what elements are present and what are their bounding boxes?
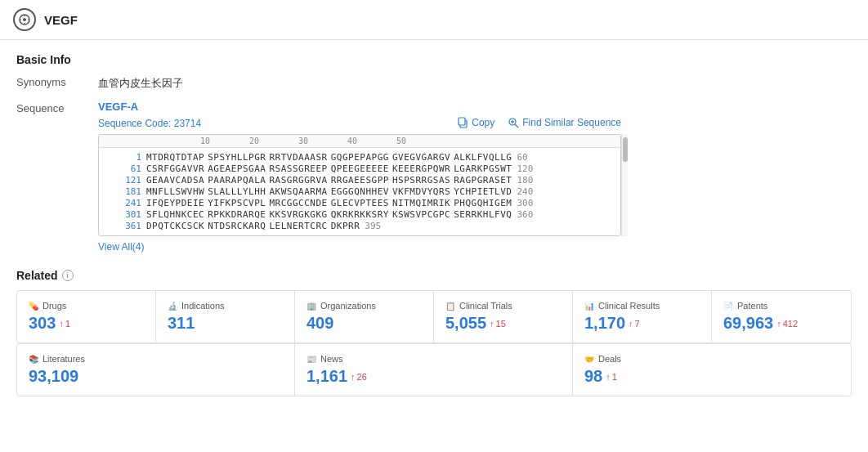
sequence-row: Sequence VEGF-A Sequence Code: 23714 Cop…: [16, 101, 852, 253]
seq-chunk: QKRKRKKSRY: [331, 209, 389, 220]
seq-row-chunks: GEAAVCADSAPAARAPQALARASGRGGRVARRGAEESGPP…: [146, 175, 512, 186]
seq-row-number: 181: [105, 186, 141, 197]
stat-cell-label: 🔬Indications: [168, 301, 283, 311]
sequence-code[interactable]: Sequence Code: 23714: [98, 118, 201, 129]
seq-row-end: 120: [517, 163, 533, 174]
sequence-scrollbar[interactable]: [621, 134, 628, 236]
seq-row-number: 361: [105, 221, 141, 231]
stat-cell-label: 🤝Deals: [584, 354, 839, 364]
stat-number: 5,055: [445, 314, 486, 333]
stat-change: ↑15: [490, 319, 506, 329]
basic-info-title: Basic Info: [16, 53, 852, 66]
stat-icon: 🤝: [584, 355, 594, 364]
stat-icon: 📋: [445, 302, 455, 311]
stat-label-text: Clinical Results: [598, 301, 660, 311]
stat-change: ↑7: [629, 319, 640, 329]
related-info-icon[interactable]: i: [62, 270, 74, 281]
find-similar-button[interactable]: Find Similar Sequence: [508, 117, 621, 128]
seq-chunk: GEAAVCADSA: [146, 175, 204, 186]
stat-icon: 📰: [306, 355, 316, 364]
synonyms-label: Synonyms: [16, 76, 98, 88]
stat-cell-label: 📋Clinical Trials: [445, 301, 561, 311]
stat-icon: 📚: [29, 355, 38, 364]
seq-row-end: 240: [517, 186, 533, 197]
stat-change: ↑1: [606, 372, 617, 382]
stat-value: 311: [168, 314, 283, 333]
stat-value: 5,055↑15: [445, 314, 561, 333]
seq-row: 301SFLQHNKCECRPKKDRARQEKKSVRGKGKGQKRKRKK…: [105, 209, 614, 220]
stat-label-text: Clinical Trials: [459, 301, 512, 311]
svg-point-1: [23, 18, 26, 21]
seq-row: 61CSRFGGAVVRAGEAEPSGAARSASSGREEPQPEEGEEE…: [105, 163, 614, 174]
stat-cell[interactable]: 📋Clinical Trials5,055↑15: [434, 291, 573, 343]
related-title: Related i: [16, 269, 852, 282]
seq-chunk: DKPRR: [331, 221, 360, 231]
page-header: VEGF: [0, 0, 868, 40]
seq-chunk: MTDRQTDTAP: [146, 152, 204, 163]
stat-change: ↑412: [776, 319, 798, 329]
page-title: VEGF: [44, 13, 78, 27]
stat-up-arrow: ↑: [629, 319, 633, 329]
stat-value: 98↑1: [584, 367, 839, 386]
stats-row-2: 📚Literatures93,109📰News1,161↑26🤝Deals98↑…: [16, 343, 852, 396]
sequence-name: VEGF-A: [98, 101, 628, 113]
stat-cell[interactable]: 📄Patents69,963↑412: [712, 291, 851, 343]
seq-chunk: AGEAEPSGAA: [208, 163, 266, 174]
stat-cell[interactable]: 🔬Indications311: [156, 291, 295, 343]
stat-value: 303↑1: [29, 314, 144, 333]
stat-cell[interactable]: 📚Literatures93,109: [17, 344, 295, 396]
stat-change: ↑26: [351, 372, 367, 382]
stat-change-count: 412: [783, 319, 798, 329]
seq-row-end: 300: [517, 198, 533, 208]
sequence-display: 10 20 30 40 50 1MTDRQTDTAPSPSYHLLPGRRRTV…: [98, 134, 621, 236]
related-stats-container: 💊Drugs303↑1🔬Indications311🏢Organizations…: [16, 290, 852, 396]
vegf-icon: [13, 8, 36, 31]
stat-icon: 💊: [29, 302, 38, 311]
seq-chunk: KSWSVPCGPC: [392, 209, 450, 220]
stat-number: 311: [168, 314, 195, 333]
seq-chunk: RPKKDRARQE: [208, 209, 266, 220]
stat-up-arrow: ↑: [59, 319, 64, 329]
stat-cell-label: 📚Literatures: [29, 354, 283, 364]
copy-button[interactable]: Copy: [457, 117, 494, 128]
stat-cell[interactable]: 💊Drugs303↑1: [17, 291, 156, 343]
svg-line-9: [515, 124, 518, 128]
stat-up-arrow: ↑: [351, 372, 356, 382]
stat-up-arrow: ↑: [490, 319, 494, 329]
synonyms-value: 血管内皮生长因子: [98, 76, 183, 91]
stat-cell[interactable]: 📰News1,161↑26: [295, 344, 573, 396]
seq-row: 241IFQEYPDEIEYIFKPSCVPLMRCGGCCNDEGLECVPT…: [105, 198, 614, 208]
seq-chunk: PHQGQHIGEM: [454, 198, 512, 208]
seq-row-end: 60: [517, 152, 527, 163]
stat-change-count: 1: [612, 372, 617, 382]
stat-number: 69,963: [723, 314, 773, 333]
seq-row-number: 61: [105, 163, 141, 174]
stat-cell-label: 💊Drugs: [29, 301, 144, 311]
stat-icon: 📊: [584, 302, 594, 311]
sequence-rows[interactable]: 1MTDRQTDTAPSPSYHLLPGRRRTVDAAASRGQGPEPAPG…: [99, 148, 620, 235]
stat-number: 409: [306, 314, 333, 333]
view-all-link[interactable]: View All(4): [98, 241, 628, 253]
seq-chunk: ALKLFVQLLG: [454, 152, 512, 163]
stat-number: 98: [584, 367, 602, 386]
seq-chunk: MNFLLSWVHW: [146, 186, 204, 197]
stat-label-text: Patents: [737, 301, 767, 311]
seq-chunk: RAGPGRASET: [454, 175, 512, 186]
stat-change-count: 1: [65, 319, 70, 329]
seq-chunk: NITMQIMRIK: [392, 198, 450, 208]
seq-row-chunks: MNFLLSWVHWSLALLLYLHHAKWSQAARMAEGGGQNHHEV…: [146, 186, 512, 197]
seq-chunk: RRTVDAAASR: [269, 152, 327, 163]
stat-cell[interactable]: 🏢Organizations409: [295, 291, 434, 343]
find-similar-icon: [508, 117, 519, 128]
stat-up-arrow: ↑: [606, 372, 611, 382]
stat-value: 409: [306, 314, 422, 333]
stat-value: 1,161↑26: [306, 367, 561, 386]
seq-row-end: 360: [517, 209, 533, 220]
sequence-label: Sequence: [16, 101, 98, 114]
seq-row: 181MNFLLSWVHWSLALLLYLHHAKWSQAARMAEGGGQNH…: [105, 186, 614, 197]
sequence-box: 10 20 30 40 50 1MTDRQTDTAPSPSYHLLPGRRRTV…: [98, 134, 628, 236]
stat-cell[interactable]: 📊Clinical Results1,170↑7: [573, 291, 712, 343]
stat-label-text: Indications: [181, 301, 225, 311]
stat-cell[interactable]: 🤝Deals98↑1: [573, 344, 851, 396]
seq-chunk: VKFMDVYQRS: [392, 186, 450, 197]
